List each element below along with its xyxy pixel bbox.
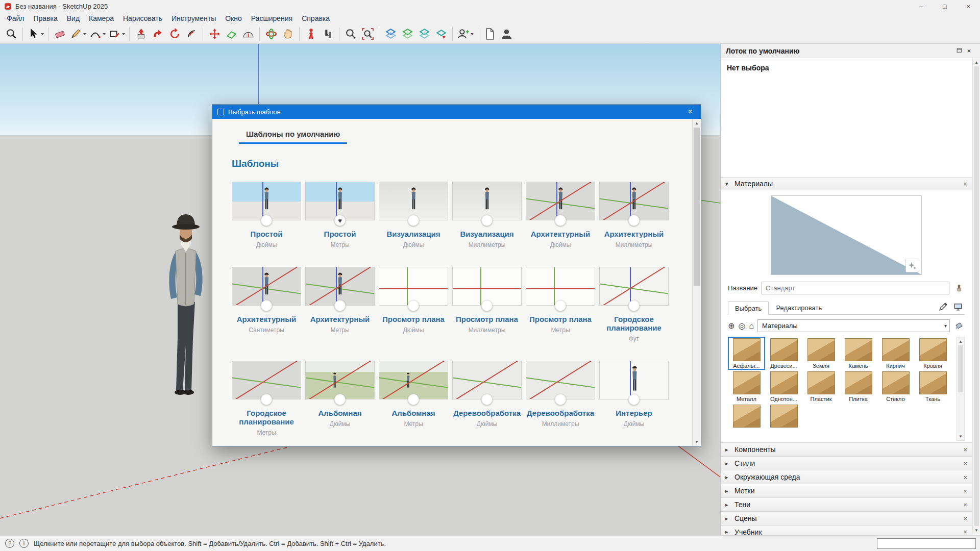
dialog-close-button[interactable]: ×	[679, 105, 701, 119]
material-item-10[interactable]: Стекло	[877, 370, 914, 403]
template-card-5[interactable]: АрхитектурныйМиллиметры	[599, 182, 669, 248]
scroll-up-icon[interactable]: ▲	[693, 119, 701, 127]
material-item-12[interactable]	[728, 403, 765, 436]
display-icon[interactable]	[952, 301, 964, 312]
template-card-4[interactable]: АрхитектурныйДюймы	[526, 182, 595, 248]
section-close-icon[interactable]: ×	[963, 528, 967, 536]
tray-section-5[interactable]: ▸Сцены×	[721, 511, 972, 525]
template-radio[interactable]	[555, 300, 566, 311]
template-radio[interactable]	[408, 300, 419, 311]
material-item-7[interactable]: Однотон...	[765, 370, 802, 403]
zoom-extents-tool[interactable]	[359, 26, 376, 42]
protractor-tool[interactable]	[240, 26, 256, 42]
menu-item-8[interactable]: Справка	[297, 13, 334, 24]
template-card-11[interactable]: Городское планированиеФут	[599, 267, 669, 342]
measurements-input[interactable]	[877, 538, 976, 549]
paint-bucket-icon[interactable]	[953, 320, 965, 332]
eraser-tool[interactable]	[52, 26, 68, 42]
tab-edit[interactable]: Редактировать	[769, 301, 829, 314]
tray-section-0[interactable]: ▸Компоненты×	[721, 442, 972, 456]
template-card-0[interactable]: ПростойДюймы	[232, 182, 301, 248]
scroll-down-icon[interactable]: ▼	[693, 438, 701, 446]
tab-select[interactable]: Выбрать	[728, 302, 769, 315]
scroll-up-icon[interactable]: ▲	[973, 58, 980, 66]
material-item-5[interactable]: Кровля	[914, 337, 951, 370]
scrollbar-thumb[interactable]	[974, 66, 979, 526]
template-radio[interactable]	[481, 300, 493, 311]
template-radio[interactable]	[481, 215, 493, 226]
tray-section-4[interactable]: ▸Тени×	[721, 497, 972, 511]
solid-tools[interactable]	[433, 26, 449, 42]
search-tool[interactable]	[3, 26, 19, 42]
status-help-icon[interactable]: ?	[5, 539, 14, 548]
menu-item-0[interactable]: Файл	[2, 13, 29, 24]
tray-scrollbar[interactable]: ▲ ▼	[972, 58, 980, 534]
section-close-icon[interactable]: ×	[963, 515, 967, 522]
shape-tool-dropdown-icon[interactable]	[122, 33, 125, 35]
tray-section-1[interactable]: ▸Стили×	[721, 456, 972, 470]
arc-tool[interactable]	[88, 26, 107, 42]
material-item-2[interactable]: Земля	[802, 337, 840, 370]
sign-in-button[interactable]	[498, 26, 514, 42]
material-item-1[interactable]: Древеси...	[765, 337, 802, 370]
scroll-down-icon[interactable]: ▼	[957, 432, 964, 440]
maximize-button[interactable]: □	[933, 0, 957, 12]
template-card-2[interactable]: ВизуализацияДюймы	[379, 182, 448, 248]
walk-tool[interactable]	[320, 26, 336, 42]
sample-paint-icon[interactable]	[953, 283, 965, 294]
shadows-panel-tool[interactable]	[416, 26, 432, 42]
favorite-heart-icon[interactable]: ♥	[334, 215, 346, 226]
template-radio[interactable]	[481, 394, 493, 405]
template-radio[interactable]	[555, 215, 566, 226]
template-radio[interactable]	[334, 394, 346, 405]
template-card-7[interactable]: АрхитектурныйМетры	[305, 267, 375, 342]
template-card-9[interactable]: Просмотр планаМиллиметры	[452, 267, 522, 342]
collection-dropdown[interactable]: Материалы ▾	[757, 319, 950, 332]
materials-section-header[interactable]: ▾ Материалы ×	[721, 177, 972, 190]
menu-item-4[interactable]: Нарисовать	[118, 13, 167, 24]
close-button[interactable]: ×	[957, 0, 980, 12]
template-card-15[interactable]: ДеревообработкаДюймы	[452, 361, 522, 436]
dialog-scrollbar[interactable]: ▲ ▼	[692, 119, 701, 446]
tray-close-icon[interactable]: ×	[967, 47, 971, 55]
collections-icon[interactable]: ◎	[738, 322, 745, 330]
pushpull-tool[interactable]	[133, 26, 149, 42]
material-item-9[interactable]: Плитка	[840, 370, 877, 403]
add-collection-icon[interactable]: ⊕	[728, 322, 734, 330]
template-card-6[interactable]: АрхитектурныйСантиметры	[232, 267, 301, 342]
line-tool[interactable]	[68, 26, 87, 42]
material-item-8[interactable]: Пластик	[802, 370, 840, 403]
section-close-icon[interactable]: ×	[963, 460, 967, 467]
section-close-icon[interactable]: ×	[963, 473, 967, 481]
move-tool[interactable]	[206, 26, 223, 42]
select-tool-dropdown-icon[interactable]	[41, 33, 44, 35]
pan-tool[interactable]	[280, 26, 296, 42]
material-item-11[interactable]: Ткань	[914, 370, 951, 403]
scale-figure[interactable]	[169, 214, 202, 395]
select-tool[interactable]	[26, 26, 45, 42]
template-card-16[interactable]: ДеревообработкаМиллиметры	[526, 361, 595, 436]
menu-item-3[interactable]: Камера	[84, 13, 118, 24]
template-card-3[interactable]: ВизуализацияМиллиметры	[452, 182, 522, 248]
orbit-tool[interactable]	[263, 26, 279, 42]
arc-tool-dropdown-icon[interactable]	[103, 33, 106, 35]
template-radio[interactable]	[628, 215, 640, 226]
minimize-button[interactable]: –	[910, 0, 933, 12]
material-item-13[interactable]	[765, 403, 802, 436]
template-card-12[interactable]: Городское планированиеМетры	[232, 361, 301, 436]
template-card-17[interactable]: ИнтерьерДюймы	[599, 361, 669, 436]
menu-item-6[interactable]: Окно	[220, 13, 247, 24]
template-radio[interactable]	[334, 300, 346, 311]
materials-scrollbar[interactable]: ▲ ▼	[957, 337, 965, 441]
template-radio[interactable]	[408, 215, 419, 226]
section-plane-tool[interactable]	[223, 26, 239, 42]
menu-item-1[interactable]: Правка	[29, 13, 62, 24]
position-camera-tool[interactable]	[303, 26, 319, 42]
material-item-6[interactable]: Металл	[728, 370, 765, 403]
section-close-icon[interactable]: ×	[963, 446, 967, 454]
dialog-title-bar[interactable]: Выбрать шаблон ×	[212, 105, 701, 119]
template-radio[interactable]	[261, 394, 272, 405]
scroll-up-icon[interactable]: ▲	[957, 337, 964, 345]
shape-tool[interactable]	[107, 26, 126, 42]
menu-item-5[interactable]: Инструменты	[167, 13, 220, 24]
